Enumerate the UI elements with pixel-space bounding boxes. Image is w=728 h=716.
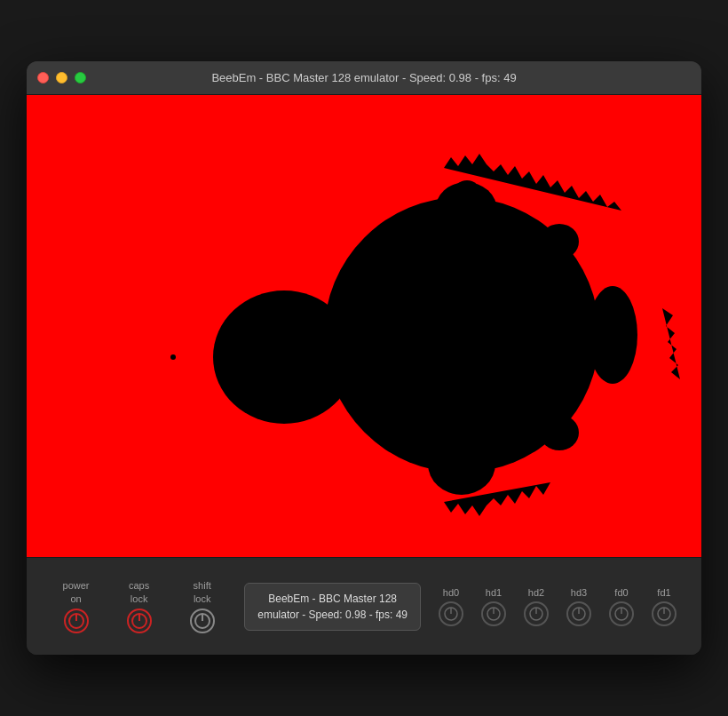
caps-lock-icon (127, 609, 152, 633)
fd0-indicator: fd0 (602, 587, 641, 626)
main-window: BeebEm - BBC Master 128 emulator - Speed… (27, 61, 701, 655)
svg-point-6 (540, 224, 579, 259)
caps-lock-label: capslock (129, 579, 149, 605)
minimize-button[interactable] (56, 72, 67, 84)
window-title: BeebEm - BBC Master 128 emulator - Speed… (211, 71, 516, 84)
tooltip-text: BeebEm - BBC Master 128emulator - Speed:… (257, 593, 408, 621)
svg-point-5 (588, 286, 637, 384)
hd1-label: hd1 (486, 587, 502, 598)
hd2-indicator: hd2 (517, 587, 556, 626)
svg-point-4 (428, 433, 495, 495)
hd1-icon (481, 601, 506, 626)
shift-lock-indicator: shiftlock (170, 579, 233, 633)
hd3-icon (566, 601, 591, 626)
hd0-indicator: hd0 (431, 587, 471, 626)
status-bar: poweron capslock shiftlock (27, 557, 701, 655)
svg-point-9 (170, 354, 176, 360)
hd2-icon (524, 601, 549, 626)
hd1-indicator: hd1 (474, 587, 513, 626)
power-on-icon (64, 609, 89, 633)
svg-rect-8 (351, 308, 457, 366)
svg-rect-15 (327, 357, 340, 370)
svg-point-7 (540, 415, 579, 450)
svg-rect-17 (461, 197, 473, 219)
close-button[interactable] (37, 72, 49, 84)
power-on-label: poweron (63, 579, 90, 605)
title-bar: BeebEm - BBC Master 128 emulator - Speed… (27, 61, 701, 95)
fd1-indicator: fd1 (645, 587, 684, 626)
fd0-label: fd0 (614, 587, 628, 598)
power-on-indicator: poweron (44, 579, 107, 633)
fd1-label: fd1 (657, 587, 670, 598)
shift-lock-label: shiftlock (194, 579, 211, 605)
fd0-icon (609, 601, 634, 626)
emulator-screen[interactable] (27, 95, 701, 557)
maximize-button[interactable] (75, 72, 86, 84)
hd3-indicator: hd3 (559, 587, 598, 626)
shift-lock-icon (190, 609, 215, 633)
drive-indicators: hd0 hd1 hd2 (431, 587, 684, 626)
hd2-label: hd2 (528, 587, 544, 598)
tooltip-display: BeebEm - BBC Master 128emulator - Speed:… (244, 583, 421, 631)
fd1-icon (652, 601, 677, 626)
hd0-icon (439, 601, 463, 626)
hd0-label: hd0 (443, 587, 459, 598)
caps-lock-indicator: capslock (107, 579, 170, 633)
hd3-label: hd3 (571, 587, 587, 598)
traffic-lights (37, 72, 86, 84)
mandelbrot-display (27, 95, 701, 557)
